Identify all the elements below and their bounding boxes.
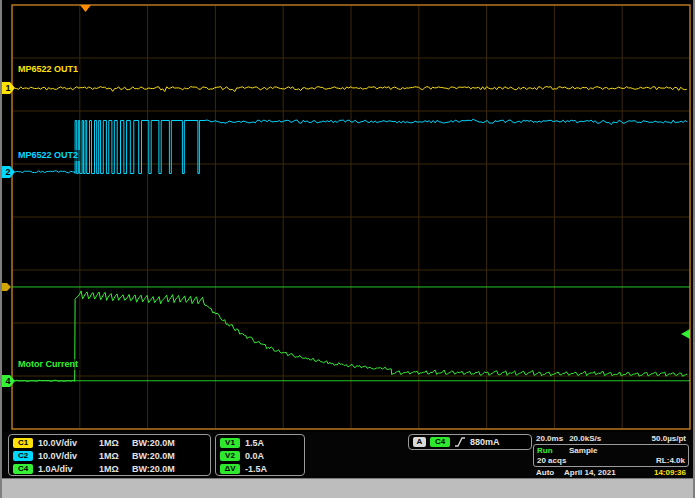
channel-readout-c4[interactable]: C4 1.0A/div 1MΩ BW:20.0M: [9, 462, 210, 475]
rising-edge-icon: [454, 436, 466, 448]
readout-bar: C1 10.0V/div 1MΩ BW:20.0M C2 10.0V/div 1…: [0, 432, 695, 478]
mode-date-row: Auto April 14, 2021 14:09:36: [533, 467, 689, 478]
left-window-edge: [0, 0, 2, 498]
acq-count-row: 20 acqs RL:4.0k: [534, 455, 688, 465]
trigger-badge-a: A: [413, 437, 426, 447]
channel-readout-c1[interactable]: C1 10.0V/div 1MΩ BW:20.0M: [9, 436, 210, 449]
channel-bandwidth-c1: BW:20.0M: [132, 438, 175, 448]
trace-label-ch2: MP6522 OUT2: [16, 150, 80, 161]
channel-readout-c2[interactable]: C2 10.0V/div 1MΩ BW:20.0M: [9, 449, 210, 462]
date-text: April 14, 2021: [564, 468, 654, 477]
trace-label-motor-current: Motor Current: [16, 359, 80, 370]
cursor-value-dv: -1.5A: [245, 464, 267, 474]
run-state: Run: [537, 446, 569, 455]
channel-impedance-c1: 1MΩ: [99, 438, 127, 448]
channel-bandwidth-c4: BW:20.0M: [132, 464, 175, 474]
resolution-value: 50.0µs/pt: [652, 434, 686, 443]
channel-scale-c2: 10.0V/div: [38, 451, 94, 461]
acquisition-status-box[interactable]: Run Sample 20 acqs RL:4.0k: [533, 444, 689, 467]
acquisition-mode: Sample: [569, 446, 597, 455]
waveform-display: [0, 0, 695, 432]
timebase-value: 20.0ms: [536, 434, 563, 443]
cursor-value-v1: 1.5A: [245, 438, 264, 448]
cursor-badge-v1[interactable]: V1: [220, 438, 240, 448]
trigger-source-badge[interactable]: C4: [430, 437, 450, 447]
clock-text: 14:09:36: [654, 468, 686, 477]
trace-label-ch1: MP6522 OUT1: [16, 64, 80, 75]
cursor-value-v2: 0.0A: [245, 451, 264, 461]
channel-scale-c4: 1.0A/div: [38, 464, 94, 474]
channel-bandwidth-c2: BW:20.0M: [132, 451, 175, 461]
sample-rate-value: 20.0kS/s: [569, 434, 651, 443]
oscilloscope-screen: MP6522 OUT1 MP6522 OUT2 Motor Current 1 …: [0, 0, 695, 498]
channel-badge-c2[interactable]: C2: [13, 451, 33, 461]
horizontal-acquisition-readout[interactable]: 20.0ms 20.0kS/s 50.0µs/pt Run Sample 20 …: [533, 433, 689, 478]
cursor-badge-v2[interactable]: V2: [220, 451, 240, 461]
run-state-row: Run Sample: [534, 445, 688, 455]
cursor-readout-v1[interactable]: V1 1.5A: [216, 436, 304, 449]
cursor-readout-dv[interactable]: ΔV -1.5A: [216, 462, 304, 475]
channel-impedance-c4: 1MΩ: [99, 464, 127, 474]
cursor-badge-dv[interactable]: ΔV: [220, 464, 240, 474]
trigger-mode: Auto: [536, 468, 564, 477]
trigger-level-value: 880mA: [470, 437, 500, 447]
channel-impedance-c2: 1MΩ: [99, 451, 127, 461]
record-length: RL:4.0k: [656, 456, 685, 465]
channel-badge-c4[interactable]: C4: [13, 464, 33, 474]
window-chrome-strip: [0, 478, 695, 498]
cursor-readout-v2[interactable]: V2 0.0A: [216, 449, 304, 462]
channel-scale-c1: 10.0V/div: [38, 438, 94, 448]
channel-readouts: C1 10.0V/div 1MΩ BW:20.0M C2 10.0V/div 1…: [8, 434, 211, 476]
cursor-readouts: V1 1.5A V2 0.0A ΔV -1.5A: [215, 434, 305, 476]
timebase-row[interactable]: 20.0ms 20.0kS/s 50.0µs/pt: [533, 433, 689, 444]
acquisition-count: 20 acqs: [537, 456, 656, 465]
trigger-readout[interactable]: A C4 880mA: [408, 434, 532, 450]
channel-badge-c1[interactable]: C1: [13, 438, 33, 448]
